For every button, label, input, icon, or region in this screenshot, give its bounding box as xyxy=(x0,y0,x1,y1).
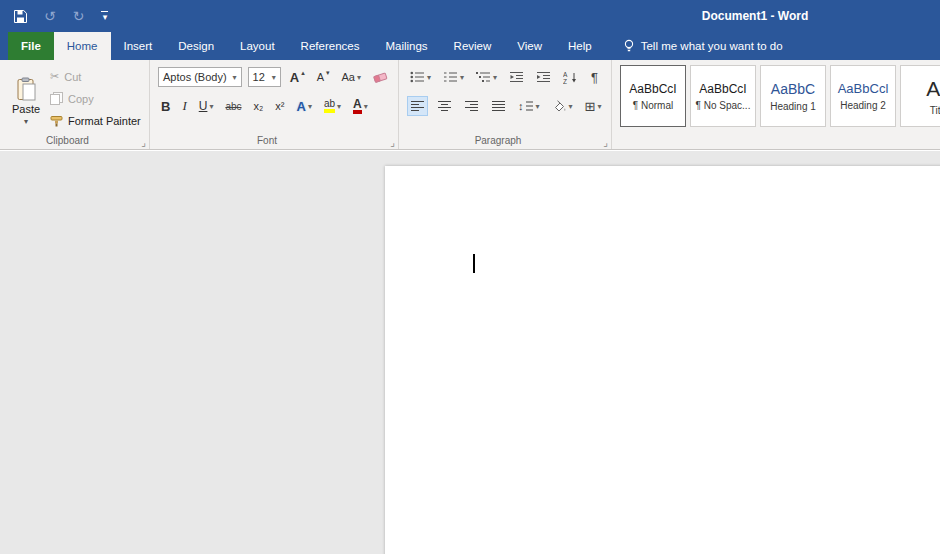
clipboard-icon xyxy=(17,77,36,101)
tab-layout[interactable]: Layout xyxy=(227,32,288,60)
cut-label: Cut xyxy=(64,71,81,83)
style-normal[interactable]: AaBbCcI ¶ Normal xyxy=(620,65,686,127)
scissors-icon: ✂ xyxy=(50,70,59,83)
tell-me-label: Tell me what you want to do xyxy=(641,40,783,52)
font-color-icon: A xyxy=(353,98,362,114)
chevron-down-icon: ▾ xyxy=(272,73,276,82)
chevron-down-icon: ▾ xyxy=(337,102,341,111)
chevron-down-icon: ▾ xyxy=(357,73,361,82)
style-no-spacing[interactable]: AaBbCcI ¶ No Spac... xyxy=(690,65,756,127)
bullets-icon xyxy=(410,71,425,83)
tab-insert[interactable]: Insert xyxy=(111,32,166,60)
customize-qat-button[interactable]: ▾ xyxy=(101,11,108,22)
chevron-down-icon: ▾ xyxy=(24,117,28,126)
eraser-icon xyxy=(373,71,389,84)
sort-button[interactable]: AZ xyxy=(560,67,582,87)
document-canvas[interactable] xyxy=(0,151,940,554)
format-painter-icon xyxy=(50,115,63,127)
title-bar: ↺ ↻ ▾ Document1 - Word xyxy=(0,0,940,32)
clipboard-group-label: Clipboard xyxy=(0,135,135,146)
align-right-button[interactable] xyxy=(461,96,482,116)
style-heading-2[interactable]: AaBbCcl Heading 2 xyxy=(830,65,896,127)
tab-view[interactable]: View xyxy=(504,32,555,60)
chevron-down-icon: ▾ xyxy=(597,102,601,111)
multilevel-list-button[interactable]: ▾ xyxy=(473,67,500,87)
justify-button[interactable] xyxy=(488,96,509,116)
tab-review[interactable]: Review xyxy=(441,32,505,60)
font-size-select[interactable]: 12 ▾ xyxy=(248,67,281,87)
numbering-icon xyxy=(443,71,458,83)
superscript-button[interactable]: x² xyxy=(272,96,287,116)
chevron-down-icon: ▾ xyxy=(233,73,237,82)
tab-references[interactable]: References xyxy=(288,32,373,60)
align-center-icon xyxy=(437,100,452,112)
document-page[interactable] xyxy=(385,166,940,554)
tab-home[interactable]: Home xyxy=(54,32,111,60)
tab-help[interactable]: Help xyxy=(555,32,605,60)
word-window: ↺ ↻ ▾ Document1 - Word File Home Insert … xyxy=(0,0,940,554)
line-spacing-button[interactable]: ↕ ▾ xyxy=(515,96,543,116)
font-color-button[interactable]: A ▾ xyxy=(350,96,371,116)
up-arrow-icon: ▴ xyxy=(301,69,305,77)
undo-button[interactable]: ↺ xyxy=(44,9,56,23)
paste-button[interactable]: Paste ▾ xyxy=(6,64,46,138)
copy-label: Copy xyxy=(68,93,94,105)
italic-button[interactable]: I xyxy=(179,96,189,116)
font-name-select[interactable]: Aptos (Body) ▾ xyxy=(158,67,242,87)
paragraph-group: ▾ ▾ ▾ xyxy=(399,60,612,149)
chevron-down-icon: ▾ xyxy=(536,102,540,111)
customize-qat-icon: ▾ xyxy=(101,11,108,22)
clipboard-group: Paste ▾ ✂ Cut Copy Form xyxy=(0,60,150,149)
numbering-button[interactable]: ▾ xyxy=(440,67,467,87)
cut-button[interactable]: ✂ Cut xyxy=(50,68,141,85)
copy-button[interactable]: Copy xyxy=(50,90,141,107)
text-cursor xyxy=(473,254,475,273)
font-group-label: Font xyxy=(150,135,384,146)
chevron-down-icon: ▾ xyxy=(308,102,312,111)
shading-button[interactable]: ▾ xyxy=(549,96,576,116)
style-title[interactable]: Aa Title xyxy=(900,65,940,127)
underline-button[interactable]: U ▾ xyxy=(196,96,217,116)
redo-icon: ↻ xyxy=(73,9,85,23)
format-painter-button[interactable]: Format Painter xyxy=(50,112,141,129)
down-arrow-icon: ▾ xyxy=(326,69,330,77)
align-right-icon xyxy=(464,100,479,112)
align-left-button[interactable] xyxy=(407,96,428,116)
increase-indent-button[interactable] xyxy=(533,67,554,87)
bold-button[interactable]: B xyxy=(158,96,173,116)
tab-mailings[interactable]: Mailings xyxy=(372,32,440,60)
clipboard-small-buttons: ✂ Cut Copy Format Painter xyxy=(50,68,141,129)
shrink-font-button[interactable]: A ▾ xyxy=(314,67,333,87)
styles-gallery: AaBbCcI ¶ Normal AaBbCcI ¶ No Spac... Aa… xyxy=(620,65,940,127)
strikethrough-button[interactable]: abc xyxy=(222,96,244,116)
chevron-down-icon: ▾ xyxy=(460,73,464,82)
bullets-button[interactable]: ▾ xyxy=(407,67,434,87)
change-case-button[interactable]: Aa ▾ xyxy=(339,67,364,87)
clipboard-dialog-launcher[interactable]: ⌟ xyxy=(141,138,146,148)
align-center-button[interactable] xyxy=(434,96,455,116)
paragraph-dialog-launcher[interactable]: ⌟ xyxy=(603,138,608,148)
font-dialog-launcher[interactable]: ⌟ xyxy=(390,138,395,148)
grow-font-button[interactable]: A ▴ xyxy=(287,67,308,87)
clear-formatting-button[interactable] xyxy=(370,67,392,87)
subscript-button[interactable]: x₂ xyxy=(251,96,267,116)
ribbon-tab-bar: File Home Insert Design Layout Reference… xyxy=(0,32,940,60)
highlight-button[interactable]: ab ▾ xyxy=(321,96,344,116)
tell-me-box[interactable]: Tell me what you want to do xyxy=(623,32,783,60)
ribbon: Paste ▾ ✂ Cut Copy Form xyxy=(0,60,940,150)
align-left-icon xyxy=(410,100,425,112)
tab-file[interactable]: File xyxy=(8,32,54,60)
font-size-value: 12 xyxy=(253,71,265,83)
save-button[interactable] xyxy=(14,10,27,23)
styles-group: AaBbCcI ¶ Normal AaBbCcI ¶ No Spac... Aa… xyxy=(612,60,940,149)
chevron-down-icon: ▾ xyxy=(427,73,431,82)
tab-design[interactable]: Design xyxy=(165,32,227,60)
redo-button[interactable]: ↻ xyxy=(73,9,85,23)
style-heading-1[interactable]: AaBbC Heading 1 xyxy=(760,65,826,127)
svg-text:Z: Z xyxy=(563,77,567,84)
format-painter-label: Format Painter xyxy=(68,115,141,127)
borders-button[interactable]: ⊞ ▾ xyxy=(582,96,605,116)
show-formatting-marks-button[interactable]: ¶ xyxy=(588,67,601,87)
text-effects-button[interactable]: A ▾ xyxy=(294,96,315,116)
decrease-indent-button[interactable] xyxy=(506,67,527,87)
